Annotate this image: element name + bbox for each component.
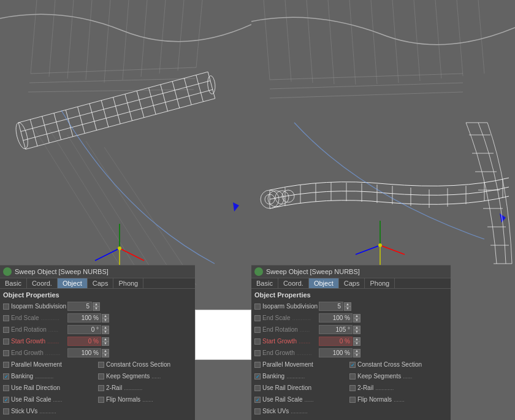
start-growth-up-right[interactable]: ▲ xyxy=(353,337,360,342)
start-growth-spinner-right[interactable]: ▲ ▼ xyxy=(353,337,360,346)
stick-uvs-label-left: Stick UVs xyxy=(11,408,37,414)
tab-phong-right[interactable]: Phong xyxy=(365,278,395,288)
isoparm-down-right[interactable]: ▼ xyxy=(344,307,351,311)
start-growth-spinner-left[interactable]: ▲ ▼ xyxy=(102,337,109,346)
right-panel: Sweep Object [Sweep NURBS] Basic Coord. … xyxy=(251,265,451,420)
end-rotation-spinner-left[interactable]: ▲ ▼ xyxy=(102,326,109,334)
end-growth-spinner-right[interactable]: ▲ ▼ xyxy=(353,349,360,357)
end-growth-checkbox-right[interactable] xyxy=(254,350,261,356)
rail-dir-checkbox-right[interactable] xyxy=(254,385,261,391)
isoparm-row-right: Isoparm Subdivision ▲ ▼ xyxy=(254,301,448,311)
isoparm-down-left[interactable]: ▼ xyxy=(93,307,100,311)
tab-basic-left[interactable]: Basic xyxy=(0,278,27,288)
isoparm-spinner-left[interactable]: ▲ ▼ xyxy=(93,302,100,311)
end-rotation-row-left: End Rotation ...... ▲ ▼ xyxy=(3,324,192,335)
two-rail-checkbox-left[interactable] xyxy=(98,385,104,391)
end-scale-spinner-left[interactable]: ▲ ▼ xyxy=(102,314,109,323)
end-scale-checkbox-right[interactable] xyxy=(254,315,261,321)
isoparm-value-right[interactable] xyxy=(319,302,343,311)
end-scale-value-right[interactable] xyxy=(319,313,353,323)
isoparm-up-right[interactable]: ▲ xyxy=(344,302,351,307)
svg-point-87 xyxy=(378,243,382,247)
isoparm-spinner-right[interactable]: ▲ ▼ xyxy=(344,302,351,311)
tab-coord-right[interactable]: Coord. xyxy=(278,278,309,288)
start-growth-value-left[interactable] xyxy=(67,337,101,346)
rail-scale-label-left: Use Rail Scale xyxy=(11,396,52,403)
two-rail-checkbox-right[interactable] xyxy=(349,385,356,391)
tab-object-left[interactable]: Object xyxy=(58,278,88,288)
start-growth-row-left: Start Growth ....... ▲ ▼ xyxy=(3,336,192,346)
end-scale-value-left[interactable] xyxy=(67,313,101,323)
sweep-icon-right xyxy=(254,267,263,276)
end-rotation-value-right[interactable] xyxy=(319,325,353,334)
rail-dir-checkbox-left[interactable] xyxy=(3,385,9,391)
end-scale-checkbox-left[interactable] xyxy=(3,315,9,321)
flip-normals-checkbox-right[interactable] xyxy=(349,397,356,403)
parallel-checkbox-right[interactable] xyxy=(254,362,261,368)
end-scale-down-left[interactable]: ▼ xyxy=(102,318,109,323)
isoparm-value-left[interactable] xyxy=(67,302,92,311)
end-growth-up-right[interactable]: ▲ xyxy=(353,349,360,353)
end-scale-up-right[interactable]: ▲ xyxy=(353,314,360,318)
end-rotation-value-left[interactable] xyxy=(67,325,101,334)
stick-uvs-checkbox-right[interactable] xyxy=(254,408,261,414)
end-rotation-checkbox-left[interactable] xyxy=(3,327,9,333)
end-rotation-up-left[interactable]: ▲ xyxy=(102,326,109,330)
parallel-checkbox-left[interactable] xyxy=(3,362,9,368)
const-cross-checkbox-left[interactable] xyxy=(98,362,104,368)
end-scale-down-right[interactable]: ▼ xyxy=(353,318,360,323)
rail-dir-row-right: Use Rail Direction 2-Rail ............ xyxy=(254,383,448,393)
rail-scale-checkbox-right[interactable] xyxy=(254,397,261,403)
end-scale-up-left[interactable]: ▲ xyxy=(102,314,109,318)
keep-segs-label-left: Keep Segments xyxy=(106,373,150,380)
start-growth-down-left[interactable]: ▼ xyxy=(102,342,109,346)
end-rotation-down-right[interactable]: ▼ xyxy=(353,330,360,334)
stick-uvs-row-left: Stick UVs ........... xyxy=(3,406,192,416)
right-panel-content: Object Properties Isoparm Subdivision ▲ … xyxy=(251,289,451,420)
flip-normals-checkbox-left[interactable] xyxy=(98,397,104,403)
end-growth-row-right: End Growth ......... ▲ ▼ xyxy=(254,348,448,358)
start-growth-label-right: Start Growth ....... xyxy=(254,338,319,345)
banking-checkbox-left[interactable] xyxy=(3,373,9,380)
isoparm-checkbox-right[interactable] xyxy=(254,304,261,310)
stick-uvs-row-right: Stick UVs ........... xyxy=(254,406,448,416)
rail-dir-label-right: Use Rail Direction xyxy=(262,384,311,391)
rail-scale-row-right: Use Rail Scale ...... Flip Normals .....… xyxy=(254,394,448,405)
const-cross-checkbox-right[interactable] xyxy=(349,362,356,368)
tab-basic-right[interactable]: Basic xyxy=(251,278,278,288)
isoparm-row-left: Isoparm Subdivision ▲ ▼ xyxy=(3,301,192,311)
keep-segs-checkbox-left[interactable] xyxy=(98,373,104,380)
banking-checkbox-right[interactable] xyxy=(254,373,261,380)
end-growth-value-left[interactable] xyxy=(67,348,101,357)
tab-phong-left[interactable]: Phong xyxy=(113,278,143,288)
start-growth-label-left: Start Growth ....... xyxy=(3,338,67,345)
end-growth-spinner-left[interactable]: ▲ ▼ xyxy=(102,349,109,357)
tab-caps-right[interactable]: Caps xyxy=(339,278,365,288)
end-growth-down-right[interactable]: ▼ xyxy=(353,353,360,357)
rail-scale-checkbox-left[interactable] xyxy=(3,397,9,403)
end-rotation-spinner-right[interactable]: ▲ ▼ xyxy=(353,326,360,334)
start-growth-checkbox-left[interactable] xyxy=(3,338,9,345)
end-rotation-down-left[interactable]: ▼ xyxy=(102,330,109,334)
start-growth-up-left[interactable]: ▲ xyxy=(102,337,109,342)
isoparm-checkbox-left[interactable] xyxy=(3,304,9,310)
parallel-row-left: Parallel Movement Constant Cross Section xyxy=(3,359,192,370)
tab-object-right[interactable]: Object xyxy=(309,278,339,288)
stick-uvs-checkbox-left[interactable] xyxy=(3,408,9,414)
isoparm-up-left[interactable]: ▲ xyxy=(93,302,100,307)
tab-coord-left[interactable]: Coord. xyxy=(27,278,58,288)
rail-dir-row-left: Use Rail Direction 2-Rail ............ xyxy=(3,383,192,393)
banking-label-left: Banking xyxy=(11,373,33,380)
end-scale-spinner-right[interactable]: ▲ ▼ xyxy=(353,314,360,323)
start-growth-value-right[interactable] xyxy=(319,337,353,346)
start-growth-down-right[interactable]: ▼ xyxy=(353,342,360,346)
start-growth-checkbox-right[interactable] xyxy=(254,338,261,345)
end-growth-up-left[interactable]: ▲ xyxy=(102,349,109,353)
end-growth-value-right[interactable] xyxy=(319,348,353,357)
end-growth-down-left[interactable]: ▼ xyxy=(102,353,109,357)
keep-segs-checkbox-right[interactable] xyxy=(349,373,356,380)
tab-caps-left[interactable]: Caps xyxy=(88,278,114,288)
end-growth-checkbox-left[interactable] xyxy=(3,350,9,356)
end-rotation-checkbox-right[interactable] xyxy=(254,327,261,333)
end-rotation-up-right[interactable]: ▲ xyxy=(353,326,360,330)
